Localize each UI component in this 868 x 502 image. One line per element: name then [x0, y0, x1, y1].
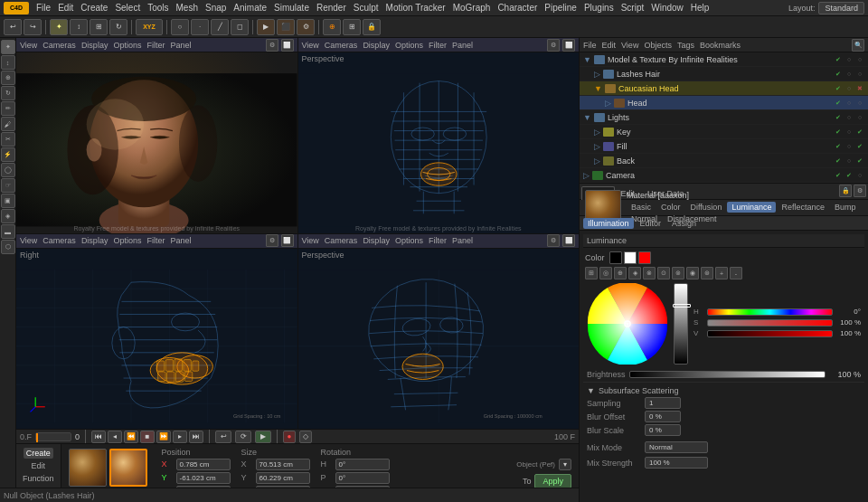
menu-animate[interactable]: Animate	[233, 3, 267, 13]
menu-plugins[interactable]: Plugins	[584, 3, 614, 13]
om-item-fill[interactable]: ▷ Fill ✔ ○ ✔	[580, 139, 868, 154]
menu-snap[interactable]: Snap	[205, 3, 226, 13]
toolbar-enable-axis[interactable]: ⊕	[323, 19, 341, 35]
om-item-lights[interactable]: ▼ Lights ✔ ○ ○	[580, 110, 868, 125]
vp-tr-maximize[interactable]: ⬜	[562, 39, 575, 52]
play-stop[interactable]: ■	[140, 431, 155, 443]
vp-bl-menu-options[interactable]: Options	[113, 236, 141, 245]
left-tool-knife[interactable]: ✂	[1, 132, 15, 147]
ss-sampling-input[interactable]: 1	[645, 397, 681, 409]
vp-tl-menu-filter[interactable]: Filter	[146, 41, 165, 50]
menu-window[interactable]: Window	[651, 3, 684, 13]
vp-tr-settings[interactable]: ⚙	[547, 39, 560, 52]
menu-character[interactable]: Character	[497, 3, 537, 13]
viewport-bottom-left[interactable]: View Cameras Display Options Filter Pane…	[16, 234, 297, 430]
vp-tl-maximize[interactable]: ⬜	[281, 39, 294, 52]
om-item-caucasian-head[interactable]: ▼ Caucasian Head ✔ ○ ✖	[580, 81, 868, 96]
toolbar-poly-mode[interactable]: ◻	[231, 19, 249, 35]
left-tool-select[interactable]: ✦	[1, 40, 15, 54]
toolbar-render[interactable]: ⬛	[277, 19, 295, 35]
toolbar-scale[interactable]: ⊞	[90, 19, 108, 35]
playback-mode-3[interactable]: ▶	[255, 431, 271, 443]
left-tool-flatten[interactable]: ▬	[1, 224, 15, 239]
playback-mode-2[interactable]: ⟳	[235, 431, 251, 443]
left-tool-inflate[interactable]: ⬡	[1, 240, 15, 254]
om-menu-edit[interactable]: Edit	[602, 41, 617, 50]
vp-tl-settings[interactable]: ⚙	[266, 39, 278, 52]
left-tool-rotate[interactable]: ↻	[1, 86, 15, 100]
toolbar-rotate[interactable]: ↻	[109, 19, 127, 35]
left-tool-smooth[interactable]: ◯	[1, 163, 15, 177]
left-tool-ironing[interactable]: ▣	[1, 194, 15, 208]
om-menu-bookmarks[interactable]: Bookmarks	[700, 41, 741, 50]
color-tool-6[interactable]: ⊙	[657, 267, 670, 279]
menu-render[interactable]: Render	[316, 3, 346, 13]
left-tool-grab[interactable]: ☞	[1, 178, 15, 193]
vp-br-maximize[interactable]: ⬜	[562, 234, 575, 247]
subtab-editor[interactable]: Editor	[636, 218, 666, 229]
mix-strength-input[interactable]: 100 %	[645, 457, 708, 469]
om-menu-objects[interactable]: Objects	[644, 41, 672, 50]
menu-edit[interactable]: Edit	[58, 3, 73, 13]
left-tool-pinch[interactable]: ◈	[1, 209, 15, 223]
play-prev-frame[interactable]: ◂	[108, 431, 122, 443]
color-tool-3[interactable]: ⊕	[614, 267, 627, 279]
subtab-illumination[interactable]: Illumination	[583, 218, 634, 229]
key-btn[interactable]: ◇	[299, 431, 312, 443]
menu-motiontracker[interactable]: Motion Tracker	[386, 3, 446, 13]
vp-bl-maximize[interactable]: ⬜	[281, 234, 294, 247]
left-tool-move[interactable]: ↕	[1, 55, 15, 70]
ss-blur-scale-input[interactable]: 0 %	[645, 424, 681, 436]
mat-tab-bump[interactable]: Bump	[830, 202, 861, 213]
vp-tr-menu-panel[interactable]: Panel	[452, 41, 473, 50]
vp-tr-menu-display[interactable]: Display	[363, 41, 390, 50]
hue-slider[interactable]	[707, 308, 833, 316]
mat-tab-luminance[interactable]: Luminance	[727, 202, 776, 213]
vp-tr-menu-view[interactable]: View	[302, 41, 319, 50]
om-menu-tags[interactable]: Tags	[677, 41, 694, 50]
color-tool-8[interactable]: ◉	[686, 267, 699, 279]
vp-bl-menu-view[interactable]: View	[20, 236, 37, 245]
size-x-input[interactable]: 70.513 cm	[256, 459, 310, 470]
vp-tl-menu-cameras[interactable]: Cameras	[42, 41, 76, 50]
color-tool-2[interactable]: ◎	[599, 267, 612, 279]
vp-br-settings[interactable]: ⚙	[547, 234, 560, 247]
rot-h-input[interactable]: 0°	[335, 459, 390, 470]
brightness-gradient-bar[interactable]	[674, 283, 688, 365]
color-tool-5[interactable]: ⊗	[643, 267, 656, 279]
vp-tr-menu-cameras[interactable]: Cameras	[325, 41, 358, 50]
color-tool-7[interactable]: ⊚	[672, 267, 684, 279]
vp-tl-menu-display[interactable]: Display	[81, 41, 108, 50]
left-tool-scale[interactable]: ⊕	[1, 71, 15, 85]
color-swatch-current[interactable]	[638, 251, 651, 264]
vp-br-menu-filter[interactable]: Filter	[429, 236, 447, 245]
tab-function[interactable]: Function	[20, 473, 57, 484]
pos-y-input[interactable]: -61.023 cm	[176, 472, 231, 484]
viewport-top-right[interactable]: View Cameras Display Options Filter Pane…	[298, 38, 580, 233]
toolbar-render-view[interactable]: ▶	[257, 19, 275, 35]
val-slider[interactable]	[707, 330, 833, 337]
toolbar-render-settings[interactable]: ⚙	[297, 19, 315, 35]
subtab-assign[interactable]: Assign	[667, 218, 701, 229]
play-next-frame[interactable]: ▸	[173, 431, 187, 443]
pos-x-input[interactable]: 0.785 cm	[176, 459, 231, 470]
toolbar-snap[interactable]: 🔒	[363, 19, 381, 35]
ss-blur-offset-input[interactable]: 0 %	[645, 411, 681, 422]
color-tool-9[interactable]: ⊛	[701, 267, 713, 279]
viewport-bottom-right[interactable]: View Cameras Display Options Filter Pane…	[298, 234, 580, 430]
toolbar-xyz[interactable]: XYZ	[136, 19, 163, 35]
vp-bl-menu-display[interactable]: Display	[81, 236, 108, 245]
play-prev-key[interactable]: ⏪	[124, 431, 138, 443]
vp-br-menu-display[interactable]: Display	[363, 236, 390, 245]
vp-bl-menu-cameras[interactable]: Cameras	[42, 236, 76, 245]
vp-br-menu-cameras[interactable]: Cameras	[325, 236, 358, 245]
vp-br-menu-options[interactable]: Options	[395, 236, 423, 245]
menu-create[interactable]: Create	[80, 3, 108, 13]
vp-bl-settings[interactable]: ⚙	[266, 234, 278, 247]
sat-slider[interactable]	[707, 319, 833, 327]
toolbar-obj-mode[interactable]: ○	[171, 19, 189, 35]
om-menu-file[interactable]: File	[583, 41, 597, 50]
mat-tab-reflectance[interactable]: Reflectance	[777, 202, 829, 213]
viewport-top-left[interactable]: View Cameras Display Options Filter Pane…	[16, 38, 297, 233]
color-swatch-black[interactable]	[609, 251, 622, 264]
